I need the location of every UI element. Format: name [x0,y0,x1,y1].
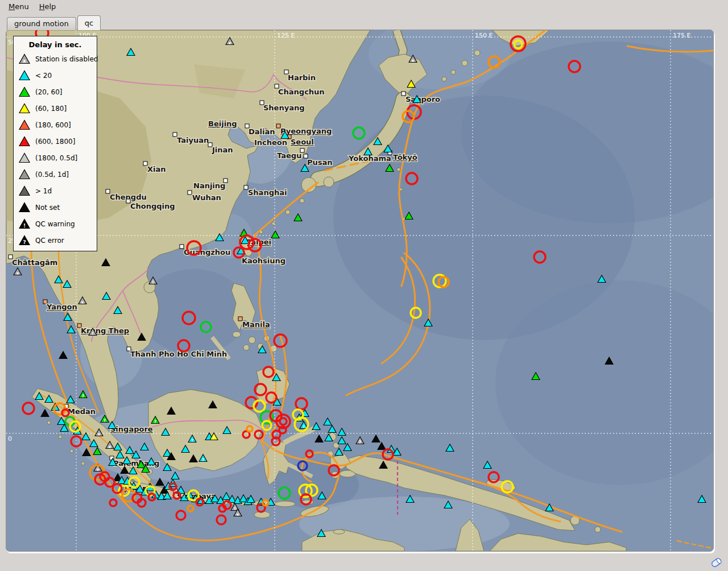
station-glyph: ? [202,457,204,462]
legend-item: (60, 180] [14,100,97,117]
legend-item: > 1d [14,183,97,199]
legend-triangle-icon: ! [18,218,31,229]
legend-triangle-icon [18,136,31,147]
station-glyph: ? [191,438,193,443]
city-marker [126,199,130,203]
legend-triangle-icon [18,86,31,97]
map-legend: Delay in sec. xStation is disabled< 20(2… [13,36,97,251]
station-glyph: ? [213,436,215,441]
menu-bar: MenuHelp [0,0,728,13]
legend-triangle-icon [18,70,31,81]
station-glyph: x [16,271,19,276]
station-glyph: ! [303,424,304,429]
legend-triangle-icon [18,202,31,213]
legend-item: (0.5d, 1d] [14,166,97,183]
legend-item: xStation is disabled [14,51,97,67]
city-label: Wuhan [192,193,221,202]
station-glyph: x [81,300,84,305]
map-view[interactable]: 100 E125 E150 E175 E50 N25 N0 HarbinChan… [6,30,714,552]
city-label: Pusan [307,158,333,167]
city-label: Chongqing [130,202,175,210]
legend-triangle-icon [18,103,31,114]
city-marker [402,92,406,96]
city-marker [173,133,177,136]
city-label: Seoul [291,138,314,146]
city-marker [188,191,192,195]
legend-item: < 20 [14,67,97,84]
station-glyph: ? [104,418,106,423]
parallel-label: 0 [8,435,12,442]
city-marker [208,143,212,147]
city-label: Singapore [110,425,153,433]
legend-item: (1800, 0.5d] [14,150,97,166]
city-label: Taegu [277,151,301,160]
city-label: Thanh Pho Ho Chi Minh [130,350,227,358]
city-label: Sapporo [406,95,440,104]
station-glyph: x [97,467,100,472]
meridian-label: 150 E [475,32,493,39]
city-label: Manila [242,320,270,329]
legend-item: (600, 1800] [14,133,97,150]
tab-ground-motion[interactable]: ground motion [7,17,76,30]
city-label: Guangzhou [184,248,230,256]
menu-item-help[interactable]: Help [34,1,61,12]
meridian-label: 125 E [277,32,295,39]
city-marker [244,185,248,189]
city-label: Yangon [46,303,77,311]
legend-triangle-icon: x [18,53,31,64]
status-bar [0,552,728,571]
city-label: Beijing [208,119,237,128]
svg-text:?: ? [23,239,26,245]
legend-item: Not set [14,199,97,216]
legend-title: Delay in sec. [14,40,97,49]
legend-triangle-icon [18,152,31,163]
station-glyph: ! [152,280,154,285]
station-glyph: x [109,444,111,449]
city-label: Taiyuan [177,136,209,144]
station-glyph: x [412,58,415,63]
svg-text:!: ! [23,223,26,229]
city-label: Dalian [249,127,275,136]
station-glyph: ! [234,506,235,511]
station-glyph: x [237,512,239,517]
city-label: Yokohama [348,154,391,163]
city-label: Kaohsiung [242,256,286,265]
city-label: Medan [68,407,96,416]
tab-qc[interactable]: qc [77,15,101,30]
svg-text:x: x [23,58,26,64]
legend-triangle-icon [18,169,31,180]
city-label: Shanghai [248,188,287,197]
city-marker [180,245,184,249]
city-label: Krung Thep [81,326,129,335]
station-glyph: ? [154,419,156,424]
city-label: Xian [147,165,166,173]
city-marker [143,162,147,165]
city-label: Harbin [288,73,316,82]
station-glyph: ? [359,440,361,445]
city-label: Incheon [254,138,287,147]
legend-triangle-icon [18,185,31,196]
station-glyph: ? [82,394,84,399]
legend-item: ?QC error [14,232,97,249]
city-label: Shenyang [263,104,305,112]
city-label: Changchun [278,88,325,96]
city-marker [238,317,242,321]
tab-bar: ground motionqc [7,16,102,30]
station-glyph: ! [92,331,93,336]
city-marker [106,189,110,193]
city-label: Pyeongyang [280,127,332,135]
legend-item: (20, 60] [14,84,97,100]
city-label: Jinan [212,146,233,154]
legend-triangle-icon [18,119,31,130]
menu-item-menu[interactable]: Menu [3,1,34,12]
station-glyph: x [98,432,101,437]
legend-item: (180, 600] [14,117,97,133]
city-marker [276,124,280,128]
nav-cylinder-icon[interactable] [710,556,723,569]
city-label: Châttagâm [12,258,57,267]
station-glyph: x [229,40,231,45]
legend-triangle-icon: ? [18,235,31,246]
meridian-label: 175 E [673,32,690,39]
city-label: Tôkyô [393,153,417,162]
city-label: Nanjing [193,181,225,190]
